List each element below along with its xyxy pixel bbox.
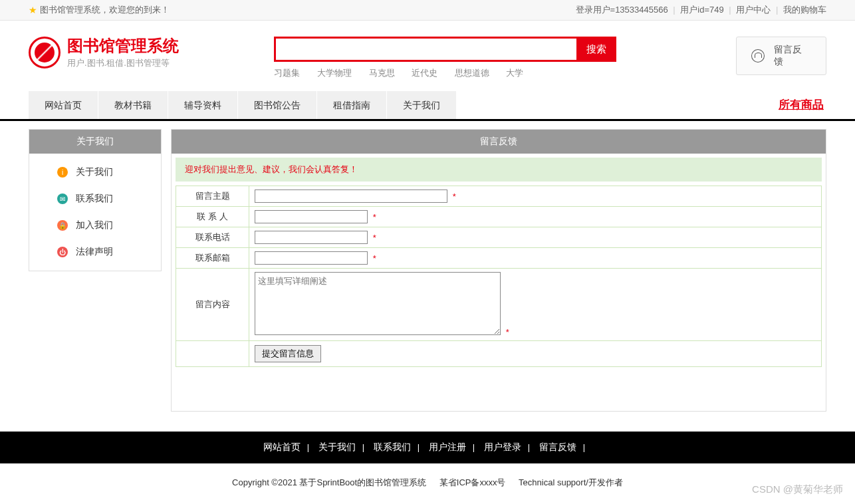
sidebar-item-label: 关于我们	[76, 166, 113, 178]
required-mark: *	[453, 191, 456, 201]
input-phone[interactable]	[255, 231, 368, 244]
sidebar-item-contact[interactable]: ✉ 联系我们	[29, 186, 161, 212]
sidebar-item-about[interactable]: i 关于我们	[29, 159, 161, 186]
icp-text: 某省ICP备xxxx号	[439, 477, 506, 487]
footer-nav: 网站首页| 关于我们| 联系我们| 用户注册| 用户登录| 留言反馈|	[0, 432, 855, 463]
topbar-welcome: ★ 图书馆管理系统，欢迎您的到来！	[29, 4, 170, 16]
label-body: 留言内容	[176, 269, 249, 341]
info-icon: i	[57, 167, 68, 178]
nav-guidance[interactable]: 辅导资料	[168, 91, 238, 119]
footer-link-home[interactable]: 网站首页	[263, 441, 301, 452]
nav-notice[interactable]: 图书馆公告	[238, 91, 317, 119]
footer: 网站首页| 关于我们| 联系我们| 用户注册| 用户登录| 留言反馈| Copy…	[0, 432, 855, 502]
hot-word[interactable]: 大学	[506, 68, 523, 78]
nav-home[interactable]: 网站首页	[29, 91, 98, 119]
mail-icon: ✉	[57, 193, 68, 204]
search-button[interactable]: 搜索	[576, 37, 616, 62]
nav: 网站首页 教材书籍 辅导资料 图书馆公告 租借指南 关于我们 所有商品	[0, 91, 855, 121]
feedback-button[interactable]: 留言反馈	[736, 37, 826, 75]
logo-area: 图书馆管理系统 用户.图书.租借.图书管理等	[29, 37, 274, 69]
power-icon: ⏻	[57, 247, 68, 257]
footer-copyright: Copyright ©2021 基于SprintBoot的图书馆管理系统 某省I…	[0, 463, 855, 502]
sidebar: 关于我们 i 关于我们 ✉ 联系我们 🔒 加入我们 ⏻ 法律声明	[29, 129, 162, 271]
label-subject: 留言主题	[176, 186, 249, 207]
label-phone: 联系电话	[176, 227, 249, 248]
support-icon	[751, 49, 765, 63]
footer-link-feedback[interactable]: 留言反馈	[539, 441, 576, 452]
required-mark: *	[373, 212, 376, 222]
content-header: 留言反馈	[172, 130, 826, 154]
feedback-form: 留言主题 * 联 系 人 * 联系电话 *	[176, 186, 822, 367]
main: 关于我们 i 关于我们 ✉ 联系我们 🔒 加入我们 ⏻ 法律声明 留言反馈 迎对…	[29, 129, 826, 412]
nav-all-products[interactable]: 所有商品	[779, 91, 826, 119]
feedback-button-label: 留言反馈	[774, 44, 811, 68]
logo-icon	[29, 37, 61, 68]
footer-link-about[interactable]: 关于我们	[318, 441, 356, 452]
topbar-right: 登录用户=13533445566 | 用户id=749 | 用户中心 | 我的购…	[576, 4, 826, 16]
search-area: 搜索 习题集 大学物理 马克思 近代史 思想道德 大学	[274, 37, 616, 79]
userid-label: 用户id=749	[680, 5, 723, 15]
footer-link-contact[interactable]: 联系我们	[374, 441, 411, 452]
label-contact: 联 系 人	[176, 207, 249, 227]
sidebar-item-label: 加入我们	[76, 219, 113, 231]
logo-subtitle: 用户.图书.租借.图书管理等	[67, 57, 179, 69]
topbar: ★ 图书馆管理系统，欢迎您的到来！ 登录用户=13533445566 | 用户i…	[0, 0, 855, 21]
lock-icon: 🔒	[57, 220, 68, 231]
input-body[interactable]	[255, 272, 501, 335]
label-email: 联系邮箱	[176, 248, 249, 269]
header: 图书馆管理系统 用户.图书.租借.图书管理等 搜索 习题集 大学物理 马克思 近…	[29, 21, 826, 86]
star-icon: ★	[29, 5, 37, 15]
sidebar-item-label: 法律声明	[76, 246, 113, 258]
required-mark: *	[506, 327, 509, 337]
copyright-text: Copyright ©2021 基于SprintBoot的图书馆管理系统	[232, 477, 426, 487]
footer-link-register[interactable]: 用户注册	[429, 441, 466, 452]
tech-text: Technical support/开发作者	[519, 477, 623, 487]
hot-word[interactable]: 近代史	[412, 68, 437, 78]
footer-link-login[interactable]: 用户登录	[484, 441, 521, 452]
hot-word[interactable]: 大学物理	[317, 68, 352, 78]
hot-word[interactable]: 思想道德	[455, 68, 489, 78]
my-cart-link[interactable]: 我的购物车	[783, 5, 826, 15]
logo-title: 图书馆管理系统	[67, 37, 179, 56]
hot-words: 习题集 大学物理 马克思 近代史 思想道德 大学	[274, 67, 616, 79]
user-center-link[interactable]: 用户中心	[736, 5, 771, 15]
sidebar-item-label: 联系我们	[76, 193, 113, 205]
required-mark: *	[373, 233, 376, 243]
welcome-text: 图书馆管理系统，欢迎您的到来！	[40, 4, 170, 16]
nav-textbooks[interactable]: 教材书籍	[98, 91, 168, 119]
content: 留言反馈 迎对我们提出意见、建议，我们会认真答复！ 留言主题 * 联 系 人 *…	[171, 129, 826, 412]
submit-button[interactable]: 提交留言信息	[255, 345, 321, 362]
sidebar-header: 关于我们	[29, 130, 161, 154]
tip-banner: 迎对我们提出意见、建议，我们会认真答复！	[176, 158, 822, 182]
input-email[interactable]	[255, 251, 368, 265]
search-input[interactable]	[274, 37, 576, 62]
login-user-label: 登录用户=13533445566	[576, 5, 668, 15]
sidebar-item-legal[interactable]: ⏻ 法律声明	[29, 239, 161, 265]
nav-about[interactable]: 关于我们	[387, 91, 457, 119]
hot-word[interactable]: 习题集	[274, 68, 300, 78]
input-subject[interactable]	[255, 189, 447, 203]
sidebar-item-join[interactable]: 🔒 加入我们	[29, 212, 161, 239]
hot-word[interactable]: 马克思	[369, 68, 395, 78]
required-mark: *	[373, 253, 376, 263]
input-contact[interactable]	[255, 210, 368, 223]
nav-rent-guide[interactable]: 租借指南	[317, 91, 387, 119]
